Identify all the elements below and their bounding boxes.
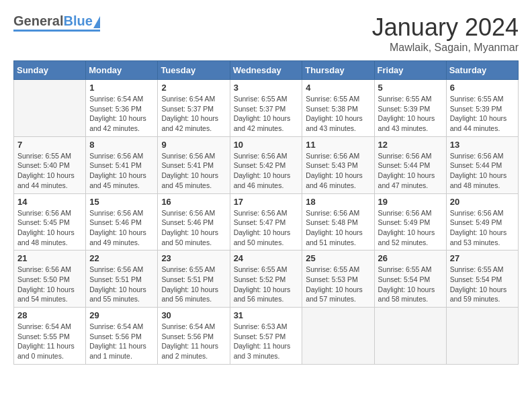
calendar-cell: 11Sunrise: 6:56 AM Sunset: 5:43 PM Dayli… (302, 136, 374, 193)
calendar-cell: 27Sunrise: 6:55 AM Sunset: 5:54 PM Dayli… (446, 250, 518, 308)
day-number: 7 (17, 140, 82, 150)
day-number: 10 (234, 140, 299, 150)
calendar-cell (14, 80, 86, 137)
day-number: 14 (17, 197, 82, 207)
day-number: 26 (378, 253, 443, 263)
day-number: 25 (306, 253, 370, 263)
day-info: Sunrise: 6:54 AM Sunset: 5:56 PM Dayligh… (161, 322, 226, 361)
day-number: 24 (234, 253, 299, 263)
day-info: Sunrise: 6:56 AM Sunset: 5:45 PM Dayligh… (17, 208, 82, 248)
day-info: Sunrise: 6:56 AM Sunset: 5:51 PM Dayligh… (89, 265, 154, 304)
day-info: Sunrise: 6:55 AM Sunset: 5:38 PM Dayligh… (306, 94, 370, 134)
day-info: Sunrise: 6:54 AM Sunset: 5:56 PM Dayligh… (89, 322, 154, 361)
calendar-cell: 22Sunrise: 6:56 AM Sunset: 5:51 PM Dayli… (86, 250, 158, 308)
day-number: 23 (161, 253, 226, 263)
header-thursday: Thursday (302, 61, 374, 80)
month-title: January 2024 (372, 13, 519, 42)
day-info: Sunrise: 6:55 AM Sunset: 5:51 PM Dayligh… (161, 265, 226, 304)
day-number: 13 (450, 140, 515, 150)
day-info: Sunrise: 6:55 AM Sunset: 5:54 PM Dayligh… (450, 265, 515, 304)
day-number: 27 (450, 253, 515, 263)
week-row-4: 21Sunrise: 6:56 AM Sunset: 5:50 PM Dayli… (14, 250, 519, 308)
day-info: Sunrise: 6:53 AM Sunset: 5:57 PM Dayligh… (234, 322, 299, 361)
calendar-cell: 8Sunrise: 6:56 AM Sunset: 5:41 PM Daylig… (86, 136, 158, 193)
day-number: 28 (17, 310, 82, 320)
week-row-1: 1Sunrise: 6:54 AM Sunset: 5:36 PM Daylig… (14, 80, 519, 137)
day-number: 1 (89, 83, 154, 93)
calendar-cell: 18Sunrise: 6:56 AM Sunset: 5:48 PM Dayli… (302, 193, 374, 250)
header-sunday: Sunday (14, 61, 86, 80)
day-info: Sunrise: 6:56 AM Sunset: 5:41 PM Dayligh… (89, 151, 154, 191)
day-info: Sunrise: 6:56 AM Sunset: 5:47 PM Dayligh… (234, 208, 299, 248)
calendar-cell: 20Sunrise: 6:56 AM Sunset: 5:49 PM Dayli… (446, 193, 518, 250)
page-header: GeneralBlue January 2024 Mawlaik, Sagain… (13, 13, 519, 54)
day-info: Sunrise: 6:56 AM Sunset: 5:44 PM Dayligh… (378, 151, 443, 191)
location-subtitle: Mawlaik, Sagain, Myanmar (372, 42, 519, 54)
day-number: 30 (161, 310, 226, 320)
day-number: 8 (89, 140, 154, 150)
calendar-cell: 17Sunrise: 6:56 AM Sunset: 5:47 PM Dayli… (230, 193, 302, 250)
day-number: 31 (234, 310, 299, 320)
day-info: Sunrise: 6:55 AM Sunset: 5:37 PM Dayligh… (234, 94, 299, 134)
calendar-cell: 31Sunrise: 6:53 AM Sunset: 5:57 PM Dayli… (230, 308, 302, 365)
day-number: 2 (161, 83, 226, 93)
day-info: Sunrise: 6:54 AM Sunset: 5:55 PM Dayligh… (17, 322, 82, 361)
day-info: Sunrise: 6:54 AM Sunset: 5:36 PM Dayligh… (89, 94, 154, 134)
day-info: Sunrise: 6:56 AM Sunset: 5:50 PM Dayligh… (17, 265, 82, 304)
day-info: Sunrise: 6:55 AM Sunset: 5:54 PM Dayligh… (378, 265, 443, 304)
calendar-cell: 29Sunrise: 6:54 AM Sunset: 5:56 PM Dayli… (86, 308, 158, 365)
day-info: Sunrise: 6:56 AM Sunset: 5:42 PM Dayligh… (234, 151, 299, 191)
day-number: 20 (450, 197, 515, 207)
calendar-cell: 15Sunrise: 6:56 AM Sunset: 5:46 PM Dayli… (86, 193, 158, 250)
day-info: Sunrise: 6:55 AM Sunset: 5:39 PM Dayligh… (450, 94, 515, 134)
calendar-cell: 4Sunrise: 6:55 AM Sunset: 5:38 PM Daylig… (302, 80, 374, 137)
calendar-cell (302, 308, 374, 365)
day-number: 17 (234, 197, 299, 207)
logo: GeneralBlue (13, 13, 100, 32)
calendar-cell: 12Sunrise: 6:56 AM Sunset: 5:44 PM Dayli… (374, 136, 446, 193)
calendar-cell: 26Sunrise: 6:55 AM Sunset: 5:54 PM Dayli… (374, 250, 446, 308)
day-info: Sunrise: 6:55 AM Sunset: 5:39 PM Dayligh… (378, 94, 443, 134)
day-info: Sunrise: 6:56 AM Sunset: 5:44 PM Dayligh… (450, 151, 515, 191)
day-number: 29 (89, 310, 154, 320)
day-number: 11 (306, 140, 370, 150)
day-info: Sunrise: 6:54 AM Sunset: 5:37 PM Dayligh… (161, 94, 226, 134)
calendar-cell: 9Sunrise: 6:56 AM Sunset: 5:41 PM Daylig… (158, 136, 230, 193)
calendar-cell: 25Sunrise: 6:55 AM Sunset: 5:53 PM Dayli… (302, 250, 374, 308)
day-number: 9 (161, 140, 226, 150)
calendar-cell: 3Sunrise: 6:55 AM Sunset: 5:37 PM Daylig… (230, 80, 302, 137)
calendar-cell: 6Sunrise: 6:55 AM Sunset: 5:39 PM Daylig… (446, 80, 518, 137)
calendar-cell: 7Sunrise: 6:55 AM Sunset: 5:40 PM Daylig… (14, 136, 86, 193)
day-info: Sunrise: 6:56 AM Sunset: 5:46 PM Dayligh… (89, 208, 154, 248)
calendar-cell: 13Sunrise: 6:56 AM Sunset: 5:44 PM Dayli… (446, 136, 518, 193)
day-number: 4 (306, 83, 370, 93)
calendar-cell: 10Sunrise: 6:56 AM Sunset: 5:42 PM Dayli… (230, 136, 302, 193)
calendar-cell: 19Sunrise: 6:56 AM Sunset: 5:49 PM Dayli… (374, 193, 446, 250)
header-monday: Monday (86, 61, 158, 80)
calendar-cell: 16Sunrise: 6:56 AM Sunset: 5:46 PM Dayli… (158, 193, 230, 250)
day-info: Sunrise: 6:56 AM Sunset: 5:46 PM Dayligh… (161, 208, 226, 248)
logo-icon: GeneralBlue (13, 13, 100, 29)
calendar-cell: 14Sunrise: 6:56 AM Sunset: 5:45 PM Dayli… (14, 193, 86, 250)
title-block: January 2024 Mawlaik, Sagain, Myanmar (372, 13, 519, 54)
header-saturday: Saturday (446, 61, 518, 80)
day-number: 22 (89, 253, 154, 263)
calendar-cell: 21Sunrise: 6:56 AM Sunset: 5:50 PM Dayli… (14, 250, 86, 308)
header-tuesday: Tuesday (158, 61, 230, 80)
header-friday: Friday (374, 61, 446, 80)
day-info: Sunrise: 6:56 AM Sunset: 5:41 PM Dayligh… (161, 151, 226, 191)
day-number: 18 (306, 197, 370, 207)
day-info: Sunrise: 6:55 AM Sunset: 5:52 PM Dayligh… (234, 265, 299, 304)
day-number: 15 (89, 197, 154, 207)
week-row-5: 28Sunrise: 6:54 AM Sunset: 5:55 PM Dayli… (14, 308, 519, 365)
day-info: Sunrise: 6:56 AM Sunset: 5:49 PM Dayligh… (450, 208, 515, 248)
day-info: Sunrise: 6:56 AM Sunset: 5:43 PM Dayligh… (306, 151, 370, 191)
day-info: Sunrise: 6:55 AM Sunset: 5:40 PM Dayligh… (17, 151, 82, 191)
day-number: 12 (378, 140, 443, 150)
day-number: 21 (17, 253, 82, 263)
day-number: 19 (378, 197, 443, 207)
calendar-header-row: SundayMondayTuesdayWednesdayThursdayFrid… (14, 61, 519, 80)
calendar-cell: 24Sunrise: 6:55 AM Sunset: 5:52 PM Dayli… (230, 250, 302, 308)
day-number: 5 (378, 83, 443, 93)
week-row-3: 14Sunrise: 6:56 AM Sunset: 5:45 PM Dayli… (14, 193, 519, 250)
